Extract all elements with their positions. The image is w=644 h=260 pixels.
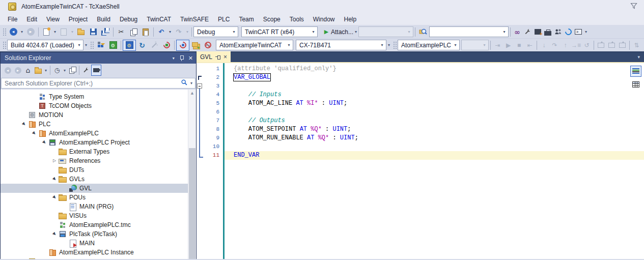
solution-explorer-search-input[interactable] <box>2 80 181 87</box>
tree-item-clipped[interactable] <box>1 257 188 259</box>
toolbar-overflow[interactable]: ▾ <box>83 43 89 47</box>
tree-item-external-types[interactable]: External Types <box>1 147 188 156</box>
solution-configuration-combo[interactable]: Debug▾ <box>193 26 238 37</box>
tree-item-visus[interactable]: VISUs <box>1 211 188 220</box>
toolbar-grip[interactable] <box>2 41 6 50</box>
code-line-8[interactable]: 8 ATOM_SETPOINT AT %Q* : UINT; <box>197 125 644 134</box>
search-magnifier-icon[interactable] <box>181 79 188 88</box>
navigate-back-button[interactable]: ◂ <box>7 26 19 38</box>
tree-item-pous[interactable]: ▶POUs <box>1 193 188 202</box>
attach-label[interactable]: Attach... <box>331 28 353 36</box>
tab-close-icon[interactable]: × <box>223 54 227 60</box>
tree-item-gvl[interactable]: GVL <box>1 184 188 193</box>
menu-tools[interactable]: Tools <box>285 14 309 24</box>
menu-file[interactable]: File <box>3 14 22 24</box>
menu-team[interactable]: Team <box>234 14 258 24</box>
toolbar-overflow[interactable]: ▾ <box>386 43 391 47</box>
toolbar-grip[interactable] <box>2 27 6 37</box>
scrollbar-thumb[interactable] <box>189 148 195 259</box>
menu-twinsafe[interactable]: TwinSAFE <box>176 14 213 24</box>
document-list-chevron-icon[interactable]: ▾ <box>637 54 640 60</box>
code-line-5[interactable]: 5 ATOM_AC_LINE AT %I* : UINT; <box>197 99 644 108</box>
code-line-11[interactable]: 11END_VAR <box>197 151 644 160</box>
solution-platform-combo[interactable]: TwinCAT RT (x64)▾ <box>241 26 318 37</box>
menu-view[interactable]: View <box>42 14 64 24</box>
copy-button[interactable] <box>127 26 139 38</box>
code-line-6[interactable]: 6 <box>197 108 644 117</box>
tree-item-type-system[interactable]: Type System <box>1 92 188 101</box>
close-icon[interactable]: ✕ <box>188 55 193 62</box>
tree-item-atomexampleplc-project[interactable]: ▶AtomExamplePLC Project <box>1 138 188 147</box>
undo-dropdown[interactable]: ▾ <box>167 30 173 34</box>
tree-item-gvls[interactable]: ▶GVLs <box>1 175 188 184</box>
expander-expanded-icon[interactable]: ▶ <box>39 137 50 149</box>
open-file-button[interactable] <box>75 26 87 38</box>
menu-debug[interactable]: Debug <box>115 14 142 24</box>
solution-explorer-header[interactable]: Solution Explorer ▾ ✕ <box>1 52 196 64</box>
toolbar-options-dropdown[interactable]: ▾ <box>583 30 589 34</box>
tree-item-plctask-plctask-[interactable]: ▶PlcTask (PlcTask) <box>1 229 188 239</box>
scroll-up-arrow-icon[interactable]: ▲ <box>188 90 196 97</box>
se-sync-with-active-document-button[interactable] <box>67 65 77 76</box>
menu-project[interactable]: Project <box>64 14 92 24</box>
se-preview-selected-items-toggle[interactable] <box>91 65 101 76</box>
window-position-chevron-icon[interactable]: ▾ <box>173 56 175 61</box>
show-online-data-button[interactable] <box>176 40 189 51</box>
toolbar-grip[interactable] <box>90 41 94 50</box>
package-manager-button[interactable] <box>543 26 553 38</box>
tree-item-plc[interactable]: ▶PLC <box>1 120 188 129</box>
activate-configuration-button[interactable] <box>95 40 107 51</box>
code-line-1[interactable]: 1{attribute 'qualified_only'} <box>197 65 644 73</box>
reload-devices-button[interactable]: ↻ <box>136 40 148 51</box>
toggle-free-run-button[interactable] <box>160 40 173 51</box>
menu-edit[interactable]: Edit <box>22 14 42 24</box>
code-line-7[interactable]: 7 // Outputs <box>197 117 644 125</box>
tree-item-atomexampleplc-tmc[interactable]: AtomExamplePLC.tmc <box>1 220 188 229</box>
attach-button[interactable]: ▶ <box>322 26 331 38</box>
fold-margin-box[interactable] <box>197 82 205 91</box>
tree-item-tccom-objects[interactable]: TTcCOM Objects <box>1 101 188 110</box>
save-button[interactable] <box>87 26 99 38</box>
save-all-button[interactable] <box>99 26 111 38</box>
target-system-combo[interactable]: CX-71B471▾ <box>296 40 386 50</box>
solution-tree[interactable]: Type SystemTTcCOM Objects⚙MOTION▶PLC▶Ato… <box>1 90 188 259</box>
menu-help[interactable]: Help <box>339 14 361 24</box>
twincat-project-combo[interactable]: AtomExampleTwinCAT▾ <box>216 40 293 50</box>
code-line-10[interactable]: 10 <box>197 142 644 151</box>
se-properties-button[interactable] <box>81 65 91 76</box>
code-line-2[interactable]: 2VAR_GLOBAL <box>197 73 644 82</box>
tree-item-motion[interactable]: ⚙MOTION <box>1 110 188 120</box>
extensions-button[interactable]: ∞ <box>512 26 522 38</box>
se-switch-views-dropdown[interactable]: ▾ <box>43 68 48 73</box>
new-project-dropdown[interactable]: ▾ <box>52 30 58 34</box>
tree-item-atomexampleplc-instance[interactable]: AtomExamplePLC Instance <box>1 248 188 257</box>
tree-item-main-prg-[interactable]: MAIN (PRG) <box>1 202 188 211</box>
expander-expanded-icon[interactable]: ▶ <box>49 228 61 240</box>
menu-build[interactable]: Build <box>92 14 115 24</box>
code-line-9[interactable]: 9 ATOM_RUN_ENABLE AT %Q* : UINT; <box>197 134 644 142</box>
tree-item-main[interactable]: MAIN <box>1 239 188 248</box>
toolbar-grip[interactable] <box>393 41 397 50</box>
tree-item-duts[interactable]: DUTs <box>1 165 188 175</box>
tree-item-references[interactable]: ▷References <box>1 156 188 165</box>
paste-button[interactable] <box>139 26 152 38</box>
textual-view-toggle[interactable] <box>630 66 641 77</box>
options-wrench-button[interactable] <box>522 26 533 38</box>
code-line-3[interactable]: 3 <box>197 82 644 91</box>
navigate-back-dropdown[interactable]: ▾ <box>19 30 24 34</box>
se-pending-changes-dropdown[interactable]: ▾ <box>62 68 67 73</box>
security-management-button[interactable] <box>202 40 214 51</box>
restart-run-mode-button[interactable]: ⚙ <box>107 40 119 51</box>
show-sub-items-button[interactable] <box>189 40 202 51</box>
tree-scrollbar[interactable]: ▲ <box>188 90 196 259</box>
team-explorer-button[interactable] <box>553 26 563 38</box>
tabular-view-toggle[interactable] <box>630 79 641 90</box>
tree-item-atomexampleplc[interactable]: ▶AtomExamplePLC <box>1 129 188 138</box>
code-line-4[interactable]: 4 // Inputs <box>197 91 644 99</box>
menu-plc[interactable]: PLC <box>213 14 234 24</box>
help-viewer-button[interactable] <box>563 26 573 38</box>
search-options-dropdown[interactable]: ▾ <box>189 81 194 85</box>
command-window-button[interactable]: > <box>573 26 583 38</box>
code-editor[interactable]: 1{attribute 'qualified_only'}2VAR_GLOBAL… <box>197 63 644 259</box>
restart-config-mode-button[interactable]: ⚙ <box>123 40 136 51</box>
